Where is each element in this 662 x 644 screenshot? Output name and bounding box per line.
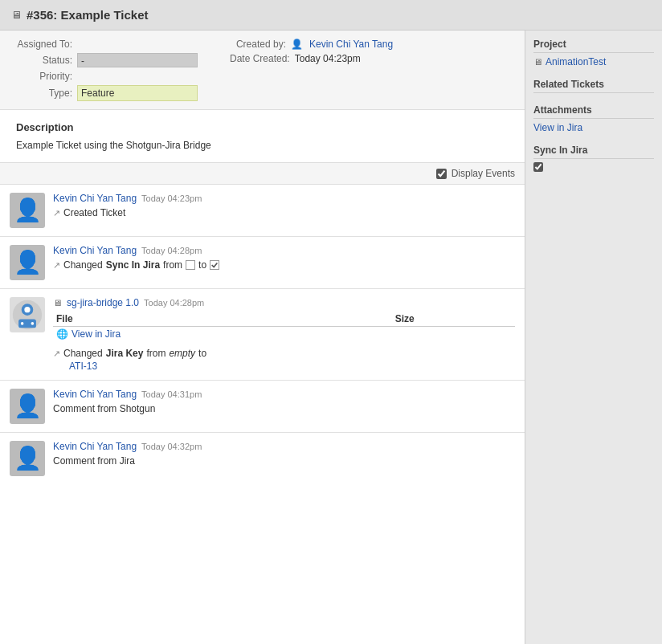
event5-comment: Comment from Jira — [53, 455, 515, 467]
view-in-jira-file-link[interactable]: 🌐 View in Jira — [56, 328, 389, 340]
type-row: Type: Feature — [16, 85, 198, 101]
project-link[interactable]: 🖥 AnimationTest — [533, 56, 654, 67]
display-events-checkbox[interactable] — [436, 169, 447, 179]
empty-text: empty — [169, 348, 195, 359]
changed-text: Changed — [63, 259, 103, 271]
jira-key-label: Jira Key — [106, 348, 144, 359]
field-name: Sync In Jira — [106, 259, 160, 271]
changed-text: Changed — [63, 348, 103, 359]
ticket-title: #356: Example Ticket — [27, 8, 148, 22]
activity-item: 👤 Kevin Chi Yan Tang Today 04:28pm ↗ Cha… — [0, 237, 525, 289]
activity-item: 👤 Kevin Chi Yan Tang Today 04:32pm Comme… — [0, 433, 525, 484]
status-value[interactable]: - — [77, 53, 198, 67]
created-by-row: Created by: 👤 Kevin Chi Yan Tang — [230, 39, 393, 50]
user-row: Kevin Chi Yan Tang Today 04:31pm — [53, 389, 515, 400]
sidebar: Project 🖥 AnimationTest Related Tickets … — [525, 31, 662, 644]
event2-username[interactable]: Kevin Chi Yan Tang — [53, 245, 137, 256]
ati-value: ATI-13 — [67, 361, 515, 372]
comment-shotgun-text: Comment from Shotgun — [53, 403, 155, 414]
avatar: 👤 — [10, 193, 45, 228]
user-row: 🖥 sg-jira-bridge 1.0 Today 04:28pm — [53, 297, 515, 308]
assigned-row: Assigned To: — [16, 39, 198, 50]
meta-left: Assigned To: Status: - Priority: Type: F… — [16, 39, 198, 101]
related-tickets-title: Related Tickets — [533, 79, 654, 93]
bot-label-icon: 🖥 — [53, 298, 62, 308]
display-events-label: Display Events — [452, 168, 515, 179]
date-created-row: Date Created: Today 04:23pm — [230, 53, 393, 64]
ticket-icon: 🖥 — [11, 9, 22, 21]
user-icon-created: 👤 — [291, 39, 303, 50]
description-text: Example Ticket using the Shotgun-Jira Br… — [16, 140, 509, 151]
event1-action: ↗ Created Ticket — [53, 207, 515, 218]
avatar: 👤 — [10, 389, 45, 424]
created-by-link[interactable]: Kevin Chi Yan Tang — [309, 39, 393, 50]
page-wrapper: 🖥 #356: Example Ticket Assigned To: Stat… — [0, 0, 662, 644]
person-icon: 👤 — [14, 395, 42, 418]
bot-avatar — [10, 297, 45, 332]
event-arrow-icon: ↗ — [53, 260, 60, 271]
activity-feed: 👤 Kevin Chi Yan Tang Today 04:23pm ↗ Cre… — [0, 185, 525, 644]
date-created-value: Today 04:23pm — [295, 53, 361, 64]
activity-item: 👤 Kevin Chi Yan Tang Today 04:23pm ↗ Cre… — [0, 185, 525, 237]
event5-username[interactable]: Kevin Chi Yan Tang — [53, 441, 137, 452]
project-section: Project 🖥 AnimationTest — [533, 39, 654, 67]
sync-in-jira-section: Sync In Jira — [533, 145, 654, 172]
attachments-section: Attachments View in Jira — [533, 104, 654, 133]
main-layout: Assigned To: Status: - Priority: Type: F… — [0, 31, 662, 644]
event3-action: ↗ Changed Jira Key from empty to — [53, 348, 515, 359]
activity-body: 🖥 sg-jira-bridge 1.0 Today 04:28pm File … — [53, 297, 515, 372]
content-area: Assigned To: Status: - Priority: Type: F… — [0, 31, 525, 644]
size-col-header: Size — [392, 312, 515, 327]
project-link-label: AnimationTest — [546, 56, 606, 67]
view-in-jira-label: View in Jira — [72, 328, 121, 340]
table-row: 🌐 View in Jira — [53, 327, 515, 342]
display-events-bar: Display Events — [0, 163, 525, 185]
view-in-jira-sidebar-link[interactable]: View in Jira — [533, 122, 654, 133]
date-created-label: Date Created: — [230, 53, 290, 64]
event2-time: Today 04:28pm — [141, 246, 202, 255]
activity-item: 🖥 sg-jira-bridge 1.0 Today 04:28pm File … — [0, 289, 525, 381]
event4-username[interactable]: Kevin Chi Yan Tang — [53, 389, 137, 400]
to-text: to — [198, 348, 206, 359]
ati-link[interactable]: ATI-13 — [69, 361, 97, 372]
type-value[interactable]: Feature — [77, 85, 198, 101]
status-label: Status: — [16, 55, 72, 66]
attachments-title: Attachments — [533, 104, 654, 119]
event4-comment: Comment from Shotgun — [53, 403, 515, 414]
event5-time: Today 04:32pm — [141, 442, 202, 451]
from-text: from — [163, 259, 182, 271]
sync-in-jira-checkbox-row — [533, 162, 654, 172]
activity-body: Kevin Chi Yan Tang Today 04:31pm Comment… — [53, 389, 515, 414]
person-icon: 👤 — [14, 447, 42, 470]
globe-icon: 🌐 — [56, 328, 68, 340]
type-label: Type: — [16, 88, 72, 99]
avatar: 👤 — [10, 245, 45, 280]
size-cell — [392, 327, 515, 342]
project-title: Project — [533, 39, 654, 53]
sync-in-jira-checkbox[interactable] — [533, 162, 543, 172]
user-row: Kevin Chi Yan Tang Today 04:28pm — [53, 245, 515, 256]
file-col-header: File — [53, 312, 392, 327]
from-checkbox — [186, 260, 195, 270]
description-title: Description — [16, 121, 509, 133]
svg-point-4 — [21, 322, 24, 325]
activity-body: Kevin Chi Yan Tang Today 04:32pm Comment… — [53, 441, 515, 467]
event2-action: ↗ Changed Sync In Jira from to — [53, 259, 515, 271]
file-cell: 🌐 View in Jira — [53, 327, 392, 342]
event-arrow-icon: ↗ — [53, 348, 60, 359]
assigned-label: Assigned To: — [16, 39, 72, 50]
related-tickets-section: Related Tickets — [533, 79, 654, 93]
event-arrow-icon: ↗ — [53, 208, 60, 218]
event3-username[interactable]: sg-jira-bridge 1.0 — [67, 297, 139, 308]
event1-username[interactable]: Kevin Chi Yan Tang — [53, 193, 137, 204]
to-text: to — [198, 259, 206, 271]
activity-body: Kevin Chi Yan Tang Today 04:23pm ↗ Creat… — [53, 193, 515, 218]
created-by-label: Created by: — [230, 39, 286, 50]
priority-row: Priority: — [16, 71, 198, 82]
to-checkbox — [210, 260, 219, 270]
event4-time: Today 04:31pm — [141, 389, 202, 399]
description-section: Description Example Ticket using the Sho… — [0, 110, 525, 163]
file-table: File Size 🌐 View in Jira — [53, 312, 515, 341]
svg-point-2 — [24, 307, 30, 312]
person-icon: 👤 — [14, 251, 42, 274]
